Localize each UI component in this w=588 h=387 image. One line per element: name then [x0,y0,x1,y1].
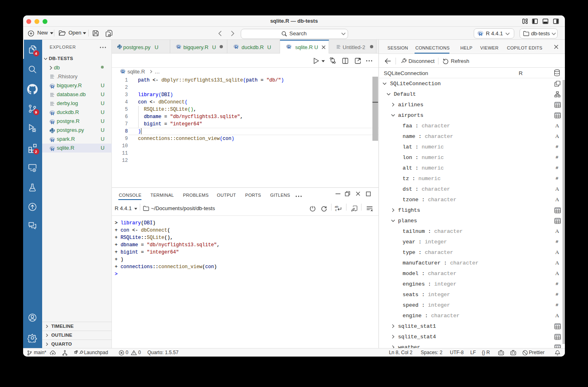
svg-text:R: R [177,45,180,49]
svg-text:R: R [51,120,54,124]
svg-text:R: R [51,146,54,151]
svg-text:c: c [335,208,337,212]
svg-text:R: R [51,111,54,115]
svg-text:R: R [51,84,54,88]
svg-text:R: R [122,69,125,74]
svg-text:R: R [479,31,483,37]
svg-text:R: R [235,45,238,49]
svg-text:R: R [287,45,291,49]
svg-text:R: R [51,138,54,142]
